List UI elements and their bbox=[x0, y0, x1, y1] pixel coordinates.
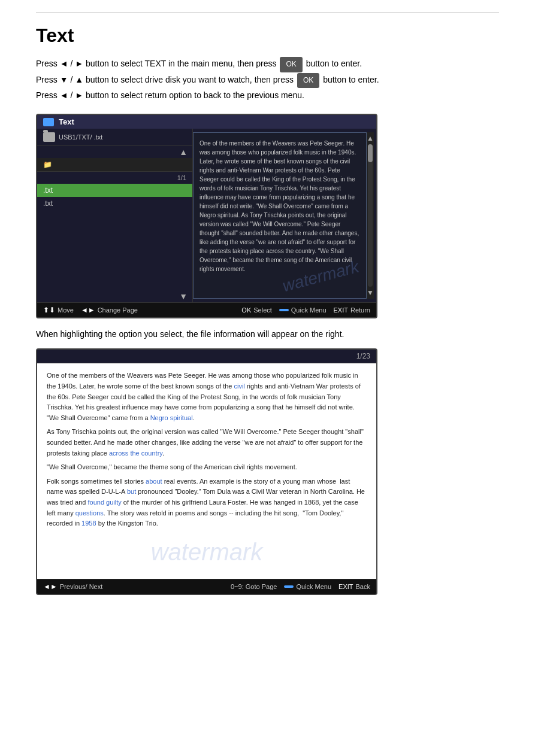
page-indicator: 1/23 bbox=[356, 352, 370, 360]
scroll-up-arrow-icon[interactable]: ▲ bbox=[179, 147, 188, 157]
goto-page-label: 0~9: Goto Page bbox=[231, 583, 277, 590]
quick-menu-blue-btn[interactable] bbox=[279, 309, 289, 311]
instruction-line-3: Press ◄ / ► button to select return opti… bbox=[36, 88, 499, 103]
file-item-1-page: 1/1 bbox=[177, 174, 186, 181]
move-label: Move bbox=[58, 306, 74, 314]
change-page-label: Change Page bbox=[98, 306, 138, 314]
exit-label[interactable]: EXIT bbox=[334, 306, 348, 314]
screen2-watermark: watermark bbox=[47, 533, 367, 572]
return-label[interactable]: Return bbox=[350, 306, 370, 314]
file-item-2-name: .txt bbox=[43, 186, 53, 195]
text-scroll-down-icon[interactable]: ▼ bbox=[367, 289, 374, 296]
screen2-quick-menu-btn[interactable] bbox=[284, 585, 294, 588]
scroll-up: ▲ bbox=[37, 146, 192, 158]
quick-menu-control[interactable]: Quick Menu bbox=[279, 306, 327, 314]
screen2: 1/23 One of the members of the Weavers w… bbox=[36, 348, 377, 594]
screen2-text-para2: As Tony Trischka points out, the origina… bbox=[47, 427, 367, 459]
screen2-text-content: One of the members of the Weavers was Pe… bbox=[47, 371, 367, 423]
file-item-5 bbox=[37, 221, 192, 232]
screen1-body: USB1/TXT/ .txt ▲ 📁 1/1 bbox=[37, 129, 376, 302]
file-item-4 bbox=[37, 210, 192, 221]
file-item-3[interactable]: .txt bbox=[37, 197, 192, 210]
screen2-quick-menu-label: Quick Menu bbox=[296, 583, 331, 590]
folder-icon bbox=[43, 132, 55, 142]
ok-select-control: OK Select bbox=[241, 306, 271, 314]
prev-next-label: Previous/ Next bbox=[60, 583, 103, 590]
change-page-arrows-icon: ◄► bbox=[81, 306, 95, 314]
scroll-track bbox=[368, 144, 373, 287]
file-item-6 bbox=[37, 232, 192, 242]
file-item-2-active[interactable]: .txt bbox=[37, 184, 192, 197]
exit-return-control: EXIT Return bbox=[334, 306, 370, 314]
file-item-folder[interactable]: 📁 bbox=[37, 158, 192, 172]
move-arrows-icon: ⬆⬇ bbox=[43, 306, 55, 314]
screen2-body: One of the members of the Weavers was Pe… bbox=[37, 363, 376, 578]
description-line: When highlighting the option you select,… bbox=[36, 329, 499, 339]
scroll-down-arrow-icon[interactable]: ▼ bbox=[179, 292, 188, 301]
change-page-control: ◄► Change Page bbox=[81, 306, 138, 314]
goto-page-control: 0~9: Goto Page bbox=[231, 583, 277, 590]
quick-menu-label: Quick Menu bbox=[291, 306, 327, 314]
screen1-bottombar: ⬆⬇ Move ◄► Change Page OK Select Quick M… bbox=[37, 302, 376, 317]
text-preview: One of the members of the Weavers was Pe… bbox=[193, 132, 367, 299]
text-scroll-up-icon[interactable]: ▲ bbox=[367, 135, 374, 142]
screen1-titlebar: Text bbox=[37, 115, 376, 129]
enter-button-indicator-1: OK bbox=[280, 57, 302, 72]
move-control: ⬆⬇ Move bbox=[43, 306, 74, 314]
instruction-line-1: Press ◄ / ► button to select TEXT in the… bbox=[36, 56, 499, 72]
file-panel-path: USB1/TXT/ .txt bbox=[59, 133, 102, 141]
file-list: 📁 1/1 .txt .txt bbox=[37, 158, 192, 290]
screen2-header: 1/23 bbox=[37, 350, 376, 363]
text-preview-content: One of the members of the Weavers was Pe… bbox=[200, 139, 360, 274]
screen2-text-para4: Folk songs sometimes tell stories about … bbox=[47, 476, 367, 529]
screen2-quick-menu-control[interactable]: Quick Menu bbox=[284, 583, 331, 590]
file-item-3-name: .txt bbox=[43, 199, 53, 208]
screen2-exit-back-control: EXIT Back bbox=[338, 583, 370, 590]
top-divider bbox=[36, 12, 499, 13]
instruction-line-2: Press ▼ / ▲ button to select drive disk … bbox=[36, 72, 499, 89]
file-panel-header: USB1/TXT/ .txt bbox=[37, 129, 192, 146]
file-item-7 bbox=[37, 242, 192, 253]
screen1-title-text: Text bbox=[59, 117, 74, 126]
scroll-thumb bbox=[368, 144, 373, 162]
scroll-down: ▼ bbox=[37, 290, 192, 302]
file-panel: USB1/TXT/ .txt ▲ 📁 1/1 bbox=[37, 129, 193, 302]
screen1-title-icon bbox=[43, 118, 54, 126]
screen2-exit-label[interactable]: EXIT bbox=[338, 583, 353, 590]
prev-next-arrows-icon: ◄► bbox=[43, 582, 58, 591]
file-item-8 bbox=[37, 253, 192, 264]
page-title: Text bbox=[36, 25, 499, 47]
screen2-text-para3: "We Shall Overcome," became the theme so… bbox=[47, 462, 367, 473]
screen1: Text USB1/TXT/ .txt ▲ 📁 bbox=[36, 114, 377, 318]
select-label[interactable]: Select bbox=[253, 306, 272, 314]
scroll-bar: ▲ ▼ bbox=[367, 132, 374, 299]
enter-button-indicator-2: OK bbox=[297, 73, 319, 89]
ok-label: OK bbox=[241, 306, 251, 314]
file-item-1[interactable]: 1/1 bbox=[37, 172, 192, 184]
prev-next-control[interactable]: ◄► Previous/ Next bbox=[43, 582, 102, 591]
folder-item-icon: 📁 bbox=[43, 160, 52, 169]
screen2-bottombar: ◄► Previous/ Next 0~9: Goto Page Quick M… bbox=[37, 579, 376, 594]
screen2-back-label[interactable]: Back bbox=[356, 583, 370, 590]
instructions-block: Press ◄ / ► button to select TEXT in the… bbox=[36, 56, 499, 103]
